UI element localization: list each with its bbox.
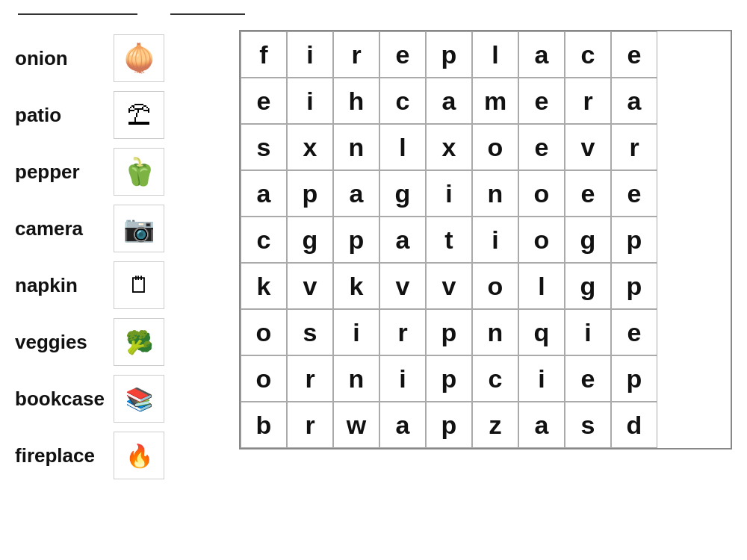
grid-section: fireplaceeihcamerasxnlxoevrapaginoeecgpa… xyxy=(239,30,732,484)
grid-cell-4-7[interactable]: g xyxy=(565,217,611,263)
grid-cell-2-8[interactable]: r xyxy=(611,124,657,170)
word-label-patio: patio xyxy=(15,104,105,127)
grid-cell-1-1[interactable]: i xyxy=(287,78,333,124)
word-search-grid: fireplaceeihcamerasxnlxoevrapaginoeecgpa… xyxy=(239,30,732,449)
grid-cell-4-1[interactable]: g xyxy=(287,217,333,263)
word-image-veggies: 🥦 xyxy=(114,318,164,366)
grid-cell-4-3[interactable]: a xyxy=(379,217,426,263)
grid-cell-3-8[interactable]: e xyxy=(611,170,657,217)
grid-cell-5-2[interactable]: k xyxy=(333,263,379,309)
grid-cell-2-2[interactable]: n xyxy=(333,124,379,170)
grid-cell-0-4[interactable]: p xyxy=(426,31,472,78)
grid-cell-6-0[interactable]: o xyxy=(241,309,287,355)
word-image-camera: 📷 xyxy=(114,205,164,252)
grid-cell-7-4[interactable]: p xyxy=(426,355,472,402)
word-list: onion🧅patio⛱pepper🫑camera📷napkin🗒veggies… xyxy=(15,30,224,484)
grid-cell-7-1[interactable]: r xyxy=(287,355,333,402)
grid-cell-0-5[interactable]: l xyxy=(472,31,518,78)
word-label-onion: onion xyxy=(15,47,105,70)
word-label-camera: camera xyxy=(15,217,105,240)
grid-cell-6-2[interactable]: i xyxy=(333,309,379,355)
grid-cell-2-5[interactable]: o xyxy=(472,124,518,170)
grid-cell-5-6[interactable]: l xyxy=(518,263,565,309)
grid-cell-1-5[interactable]: m xyxy=(472,78,518,124)
grid-cell-7-0[interactable]: o xyxy=(241,355,287,402)
grid-cell-1-3[interactable]: c xyxy=(379,78,426,124)
grid-cell-0-7[interactable]: c xyxy=(565,31,611,78)
word-label-bookcase: bookcase xyxy=(15,388,105,411)
grid-cell-8-4[interactable]: p xyxy=(426,402,472,448)
grid-cell-0-8[interactable]: e xyxy=(611,31,657,78)
word-image-bookcase: 📚 xyxy=(114,375,164,423)
grid-cell-0-1[interactable]: i xyxy=(287,31,333,78)
grid-cell-0-3[interactable]: e xyxy=(379,31,426,78)
grid-cell-6-6[interactable]: q xyxy=(518,309,565,355)
grid-cell-3-4[interactable]: i xyxy=(426,170,472,217)
grid-cell-4-0[interactable]: c xyxy=(241,217,287,263)
grid-cell-8-0[interactable]: b xyxy=(241,402,287,448)
grid-cell-7-2[interactable]: n xyxy=(333,355,379,402)
grid-cell-2-7[interactable]: v xyxy=(565,124,611,170)
grid-cell-6-4[interactable]: p xyxy=(426,309,472,355)
grid-cell-3-2[interactable]: a xyxy=(333,170,379,217)
grid-cell-2-6[interactable]: e xyxy=(518,124,565,170)
grid-cell-6-7[interactable]: i xyxy=(565,309,611,355)
grid-cell-2-1[interactable]: x xyxy=(287,124,333,170)
grid-cell-7-5[interactable]: c xyxy=(472,355,518,402)
grid-cell-0-2[interactable]: r xyxy=(333,31,379,78)
grid-cell-3-6[interactable]: o xyxy=(518,170,565,217)
grid-cell-5-3[interactable]: v xyxy=(379,263,426,309)
grid-cell-4-5[interactable]: i xyxy=(472,217,518,263)
grid-cell-6-3[interactable]: r xyxy=(379,309,426,355)
word-item-napkin: napkin🗒 xyxy=(15,257,224,314)
grid-cell-1-2[interactable]: h xyxy=(333,78,379,124)
grid-cell-6-1[interactable]: s xyxy=(287,309,333,355)
grid-cell-2-4[interactable]: x xyxy=(426,124,472,170)
word-image-onion: 🧅 xyxy=(114,34,164,82)
grid-cell-0-0[interactable]: f xyxy=(241,31,287,78)
grid-cell-5-0[interactable]: k xyxy=(241,263,287,309)
grid-cell-4-8[interactable]: p xyxy=(611,217,657,263)
grid-cell-7-8[interactable]: p xyxy=(611,355,657,402)
word-image-napkin: 🗒 xyxy=(114,261,164,309)
word-label-veggies: veggies xyxy=(15,331,105,354)
grid-cell-7-7[interactable]: e xyxy=(565,355,611,402)
word-image-fireplace: 🔥 xyxy=(114,432,164,479)
grid-cell-3-3[interactable]: g xyxy=(379,170,426,217)
grid-cell-5-8[interactable]: p xyxy=(611,263,657,309)
grid-cell-6-8[interactable]: e xyxy=(611,309,657,355)
grid-cell-8-7[interactable]: s xyxy=(565,402,611,448)
main-content: onion🧅patio⛱pepper🫑camera📷napkin🗒veggies… xyxy=(0,22,747,491)
grid-cell-1-7[interactable]: r xyxy=(565,78,611,124)
grid-cell-1-4[interactable]: a xyxy=(426,78,472,124)
grid-cell-6-5[interactable]: n xyxy=(472,309,518,355)
grid-cell-4-4[interactable]: t xyxy=(426,217,472,263)
grid-cell-2-0[interactable]: s xyxy=(241,124,287,170)
grid-cell-3-7[interactable]: e xyxy=(565,170,611,217)
grid-cell-5-7[interactable]: g xyxy=(565,263,611,309)
grid-cell-3-5[interactable]: n xyxy=(472,170,518,217)
grid-cell-5-4[interactable]: v xyxy=(426,263,472,309)
grid-cell-0-6[interactable]: a xyxy=(518,31,565,78)
grid-cell-5-5[interactable]: o xyxy=(472,263,518,309)
grid-cell-7-3[interactable]: i xyxy=(379,355,426,402)
grid-cell-5-1[interactable]: v xyxy=(287,263,333,309)
grid-cell-1-8[interactable]: a xyxy=(611,78,657,124)
grid-cell-3-0[interactable]: a xyxy=(241,170,287,217)
grid-cell-8-2[interactable]: w xyxy=(333,402,379,448)
grid-cell-1-0[interactable]: e xyxy=(241,78,287,124)
grid-cell-1-6[interactable]: e xyxy=(518,78,565,124)
grid-cell-8-3[interactable]: a xyxy=(379,402,426,448)
grid-cell-4-6[interactable]: o xyxy=(518,217,565,263)
grid-cell-8-5[interactable]: z xyxy=(472,402,518,448)
grid-cell-4-2[interactable]: p xyxy=(333,217,379,263)
grid-cell-8-6[interactable]: a xyxy=(518,402,565,448)
grid-cell-7-6[interactable]: i xyxy=(518,355,565,402)
grid-cell-8-8[interactable]: d xyxy=(611,402,657,448)
grid-cell-8-1[interactable]: r xyxy=(287,402,333,448)
grid-cell-2-3[interactable]: l xyxy=(379,124,426,170)
word-label-pepper: pepper xyxy=(15,161,105,184)
word-item-fireplace: fireplace🔥 xyxy=(15,427,224,484)
word-image-pepper: 🫑 xyxy=(114,148,164,196)
grid-cell-3-1[interactable]: p xyxy=(287,170,333,217)
